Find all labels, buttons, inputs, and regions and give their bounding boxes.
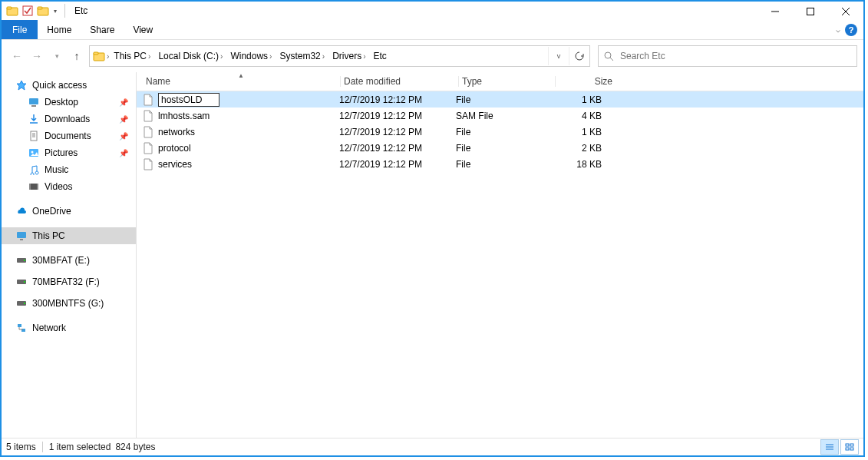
file-list-area: ▲ Name Date modified Type Size 12/7/2019… [137,72,863,438]
svg-rect-42 [850,448,853,450]
folder-icon[interactable] [37,5,49,17]
column-header-date[interactable]: Date modified [340,76,458,87]
breadcrumb-item[interactable]: Etc [370,47,389,65]
svg-point-22 [31,151,34,154]
pin-icon: 📌 [119,149,128,157]
chevron-right-icon: › [268,52,273,61]
sidebar-item-network[interactable]: Network [2,319,136,336]
cell-size: 1 KB [548,94,608,105]
svg-rect-40 [850,444,853,446]
up-button[interactable]: ↑ [68,47,86,65]
breadcrumb-item[interactable]: This PC› [111,47,155,65]
column-header-name[interactable]: ▲ Name [143,76,340,87]
svg-rect-17 [31,131,37,141]
svg-rect-34 [18,324,21,327]
view-details-button[interactable] [820,439,839,455]
downloads-icon [28,113,40,125]
chevron-right-icon: › [321,52,326,61]
sidebar-item-label: Downloads [45,114,90,124]
drive-icon [15,254,28,266]
tab-share[interactable]: Share [81,20,124,39]
table-row[interactable]: 12/7/2019 12:12 PM File 1 KB [137,91,863,108]
svg-point-29 [24,260,25,261]
main-area: Quick access Desktop 📌 Downloads 📌 Docum… [2,72,863,438]
rename-input[interactable] [158,93,219,107]
cell-size: 1 KB [548,127,608,137]
sidebar-item-drive[interactable]: 30MBFAT (E:) [2,252,136,269]
column-header-type[interactable]: Type [458,76,555,87]
sidebar-item-this-pc[interactable]: This PC [2,227,136,244]
svg-line-12 [610,58,613,61]
status-bar: 5 items 1 item selected 824 bytes [2,438,863,455]
table-row[interactable]: services 12/7/2019 12:12 PM File 18 KB [137,156,863,172]
forward-button[interactable]: → [28,47,46,65]
sidebar-quick-access[interactable]: Quick access [2,77,136,94]
chevron-right-icon[interactable]: › [105,52,111,61]
file-icon [143,110,155,122]
network-icon [15,322,28,334]
sidebar-item-pictures[interactable]: Pictures 📌 [2,144,136,161]
cell-date: 12/7/2019 12:12 PM [336,127,453,137]
cell-name: protocol [158,143,191,154]
refresh-button[interactable] [569,47,589,65]
breadcrumb-item[interactable]: System32› [276,47,329,65]
breadcrumb-item[interactable]: Local Disk (C:)› [155,47,227,65]
breadcrumb-item[interactable]: Drivers› [329,47,370,65]
cell-date: 12/7/2019 12:12 PM [336,111,453,121]
svg-rect-4 [38,7,42,9]
search-box[interactable] [598,45,857,67]
cell-name: services [158,159,192,170]
sidebar-item-drive[interactable]: 70MBFAT32 (F:) [2,273,136,290]
sidebar-item-documents[interactable]: Documents 📌 [2,127,136,144]
address-dropdown-button[interactable]: v [548,47,569,65]
properties-icon[interactable] [21,5,34,17]
tab-view[interactable]: View [124,20,162,39]
window-controls [757,2,863,22]
table-row[interactable]: protocol 12/7/2019 12:12 PM File 2 KB [137,140,863,156]
sidebar-item-onedrive[interactable]: OneDrive [2,203,136,220]
sidebar-item-label: 30MBFAT (E:) [32,255,90,266]
back-button[interactable]: ← [8,47,26,65]
chevron-down-icon[interactable]: ⌵ [836,25,840,34]
address-bar[interactable]: › This PC› Local Disk (C:)› Windows› Sys… [89,45,590,67]
close-button[interactable] [828,2,863,22]
chevron-down-icon[interactable]: ▾ [52,8,58,15]
cell-date: 12/7/2019 12:12 PM [336,143,453,154]
sidebar-item-label: Quick access [32,80,87,91]
status-item-count: 5 items [6,442,36,452]
sidebar-item-videos[interactable]: Videos [2,178,136,195]
search-icon [603,51,614,61]
pictures-icon [28,147,40,159]
table-row[interactable]: lmhosts.sam 12/7/2019 12:12 PM SAM File … [137,108,863,124]
separator [64,4,65,18]
breadcrumb: This PC› Local Disk (C:)› Windows› Syste… [111,47,389,65]
sidebar-item-desktop[interactable]: Desktop 📌 [2,94,136,111]
folder-icon [6,5,18,17]
breadcrumb-item[interactable]: Windows› [227,47,276,65]
svg-rect-15 [31,105,36,107]
maximize-button[interactable] [793,2,828,22]
help-icon[interactable]: ? [845,24,857,36]
view-large-icons-button[interactable] [840,439,859,455]
cell-type: File [453,127,548,137]
cell-size: 4 KB [548,111,608,121]
svg-rect-1 [7,7,12,9]
explorer-window: ▾ Etc File Home Share View ⌵ ? ← → ▾ ↑ [0,0,865,457]
folder-icon [93,50,105,62]
quick-access-toolbar: ▾ [6,5,58,17]
tab-home[interactable]: Home [38,20,81,39]
sidebar-item-drive[interactable]: 300MBNTFS (G:) [2,295,136,312]
minimize-button[interactable] [757,2,793,22]
svg-rect-24 [29,184,31,190]
svg-rect-14 [29,98,38,104]
tab-file[interactable]: File [2,20,38,39]
sidebar-item-downloads[interactable]: Downloads 📌 [2,111,136,127]
search-input[interactable] [619,50,856,62]
sidebar-item-music[interactable]: Music [2,161,136,178]
table-row[interactable]: networks 12/7/2019 12:12 PM File 1 KB [137,124,863,140]
sidebar-item-label: Documents [45,131,91,141]
svg-point-31 [24,281,25,283]
recent-locations-button[interactable]: ▾ [48,47,66,65]
svg-rect-2 [23,6,32,15]
column-header-size[interactable]: Size [555,76,619,87]
